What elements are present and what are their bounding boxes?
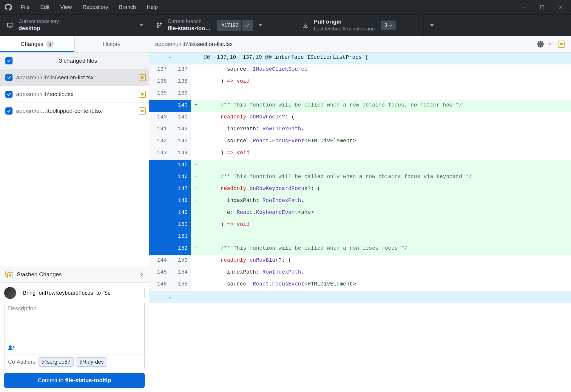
file-checkbox[interactable] bbox=[5, 74, 13, 81]
code: indexPath: RowIndexPath, bbox=[201, 124, 571, 136]
pr-badge[interactable]: #17192 bbox=[217, 20, 242, 31]
line-new: 140 bbox=[170, 100, 191, 112]
pull-count: 3 bbox=[384, 23, 387, 28]
diff-marker bbox=[191, 88, 201, 100]
description-input[interactable] bbox=[8, 305, 141, 344]
line-new: 146 bbox=[170, 172, 191, 184]
window-close-button[interactable] bbox=[551, 0, 570, 14]
diff-line[interactable]: 144153 readonly onRowBlur?: ( bbox=[149, 255, 571, 267]
pull-count-badge: 3 bbox=[381, 21, 396, 30]
window-maximize-button[interactable] bbox=[533, 0, 551, 14]
expand-hunk-up[interactable]: @@ -137,10 +137,19 @@ interface ISection… bbox=[149, 53, 571, 64]
code bbox=[201, 88, 571, 100]
line-new: 138 bbox=[170, 76, 191, 88]
code: readonly onRowFocus?: ( bbox=[201, 112, 571, 124]
diff-marker: + bbox=[191, 220, 201, 232]
summary-input[interactable] bbox=[19, 287, 145, 299]
branch-dropdown[interactable]: Current branch file-status-too… #17192 bbox=[149, 15, 295, 36]
pr-number: #17192 bbox=[222, 22, 239, 28]
line-old: 146 bbox=[149, 279, 170, 291]
code: /** This function will be called when a … bbox=[201, 100, 571, 112]
diff-line[interactable]: 141142 indexPath: RowIndexPath, bbox=[149, 124, 571, 136]
coauthor-pill[interactable]: @sergiou87 bbox=[38, 357, 74, 367]
diff-line[interactable]: 143144 ) => void bbox=[149, 148, 571, 160]
line-old: 145 bbox=[149, 267, 170, 279]
diff-line[interactable]: 150+ ) => void bbox=[149, 220, 571, 232]
coauthors-row: Co-Authors @sergiou87@tidy-dev bbox=[4, 354, 145, 370]
menu-help[interactable]: Help bbox=[141, 0, 163, 14]
app-menu-bar: FileEditViewRepositoryBranchHelp bbox=[16, 0, 163, 14]
diff-settings-button[interactable] bbox=[537, 41, 544, 48]
diff-line[interactable]: 140+ /** This function will be called wh… bbox=[149, 100, 571, 112]
code: indexPath: RowIndexPath, bbox=[201, 196, 571, 208]
diff-line[interactable]: 145+ bbox=[149, 160, 571, 172]
file-row[interactable]: app\src\ui\lib\list\section-list.tsx bbox=[0, 69, 149, 86]
add-coauthor-icon[interactable] bbox=[8, 344, 15, 351]
line-old bbox=[149, 243, 170, 255]
line-new: 147 bbox=[170, 184, 191, 196]
diff-marker bbox=[191, 267, 201, 279]
line-old: 144 bbox=[149, 255, 170, 267]
diff-line[interactable]: 147+ readonly onRowKeyboardFocus?: ( bbox=[149, 184, 571, 196]
diff-marker: + bbox=[191, 160, 201, 172]
menu-edit[interactable]: Edit bbox=[35, 0, 55, 14]
diff-marker bbox=[191, 124, 201, 136]
expand-hunk-down[interactable] bbox=[149, 291, 571, 303]
line-new: 137 bbox=[170, 64, 191, 76]
toolbar-more-button[interactable] bbox=[424, 15, 440, 36]
diff-marker bbox=[191, 76, 201, 88]
file-checkbox[interactable] bbox=[5, 91, 13, 98]
line-old bbox=[149, 184, 170, 196]
line-old: 138 bbox=[149, 76, 170, 88]
file-checkbox[interactable] bbox=[5, 107, 13, 115]
file-row[interactable]: app\src\ui\lib\tooltip.tsx bbox=[0, 86, 149, 103]
line-old: 137 bbox=[149, 64, 170, 76]
diff-line[interactable]: 138138 ) => void bbox=[149, 76, 571, 88]
app-logo bbox=[1, 4, 16, 11]
diff-line[interactable]: 139139 bbox=[149, 88, 571, 100]
commit-button[interactable]: Commit to file-status-tooltip bbox=[4, 373, 145, 388]
menu-branch[interactable]: Branch bbox=[114, 0, 141, 14]
diff-line[interactable]: 140141 readonly onRowFocus?: ( bbox=[149, 112, 571, 124]
commit-button-branch: file-status-tooltip bbox=[65, 377, 111, 383]
diff-line[interactable]: 152+ /** This function will be called wh… bbox=[149, 243, 571, 255]
coauthor-pill[interactable]: @tidy-dev bbox=[76, 357, 107, 367]
line-old bbox=[149, 160, 170, 172]
changes-count-chip: 3 bbox=[46, 41, 53, 48]
select-all-checkbox[interactable] bbox=[5, 57, 13, 64]
diff-line[interactable]: 137137 source: IMouseClickSource bbox=[149, 64, 571, 76]
window-minimize-button[interactable] bbox=[514, 0, 533, 14]
menu-view[interactable]: View bbox=[55, 0, 77, 14]
stashed-changes-button[interactable]: Stashed Changes bbox=[0, 266, 149, 283]
pull-origin-button[interactable]: Pull origin Last fetched 8 minutes ago 3 bbox=[295, 15, 424, 36]
repository-dropdown[interactable]: Current repository desktop bbox=[0, 15, 149, 36]
diff-line[interactable]: 146+ /** This function will be called on… bbox=[149, 172, 571, 184]
line-old bbox=[149, 100, 170, 112]
code bbox=[201, 232, 571, 243]
file-path: app\src\ui\lib\list\section-list.tsx bbox=[16, 74, 135, 81]
menu-file[interactable]: File bbox=[16, 0, 35, 14]
commit-form: Co-Authors @sergiou87@tidy-dev Commit to… bbox=[0, 283, 149, 392]
chevron-down-icon bbox=[139, 23, 143, 27]
diff-line[interactable]: 151+ bbox=[149, 232, 571, 243]
tab-changes[interactable]: Changes 3 bbox=[0, 36, 74, 52]
diff-view[interactable]: @@ -137,10 +137,19 @@ interface ISection… bbox=[149, 53, 571, 303]
diff-line[interactable]: 145154 indexPath: RowIndexPath, bbox=[149, 267, 571, 279]
diff-line[interactable]: 142143 source: React.FocusEvent<HTMLDivE… bbox=[149, 136, 571, 148]
tab-history[interactable]: History bbox=[74, 36, 149, 52]
check-icon bbox=[242, 20, 253, 31]
line-old bbox=[149, 232, 170, 243]
toolbar: Current repository desktop Current branc… bbox=[0, 14, 571, 36]
file-row[interactable]: app\src\ui…\tooltipped-content.tsx bbox=[0, 103, 149, 119]
path-dir: app\src\ui\lib\list\ bbox=[155, 41, 197, 47]
sidebar: Changes 3 History 3 changed files app\sr… bbox=[0, 36, 149, 392]
diff-marker bbox=[191, 255, 201, 267]
line-new: 151 bbox=[170, 232, 191, 243]
menu-repository[interactable]: Repository bbox=[77, 0, 114, 14]
diff-line[interactable]: 149+ e: React.KeyboardEvent<any> bbox=[149, 208, 571, 220]
avatar bbox=[4, 287, 16, 299]
line-new: 152 bbox=[170, 243, 191, 255]
diff-line[interactable]: 146155 source: React.FocusEvent<HTMLDivE… bbox=[149, 279, 571, 291]
file-status-modified-icon bbox=[558, 41, 565, 48]
diff-line[interactable]: 148+ indexPath: RowIndexPath, bbox=[149, 196, 571, 208]
